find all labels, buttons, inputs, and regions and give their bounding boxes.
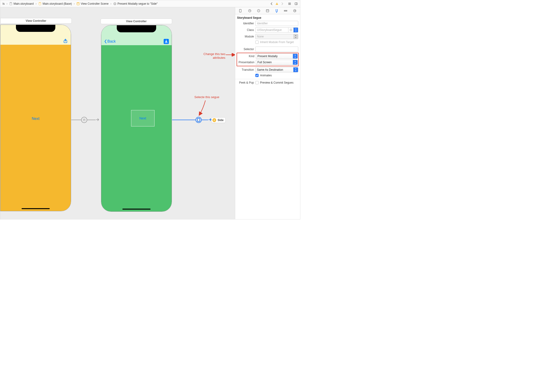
storyboard-file-icon (9, 2, 13, 5)
field-label: Identifier (237, 22, 254, 25)
segue-icon (113, 2, 116, 5)
popup-value: None (257, 35, 264, 38)
field-label: Presentation (238, 61, 254, 64)
tab-identity-inspector[interactable] (264, 8, 271, 13)
notch (117, 25, 156, 32)
breadcrumb-label: ls (3, 2, 5, 5)
scene-title-bar[interactable]: View Controller (100, 19, 172, 24)
animates-checkbox[interactable] (255, 74, 259, 77)
svg-point-27 (290, 29, 292, 31)
svg-point-23 (276, 9, 277, 10)
annotation-text: Selecte this segue (194, 95, 219, 99)
download-icon[interactable] (164, 39, 169, 44)
scene-title-bar[interactable]: View Controller (0, 18, 72, 24)
svg-rect-3 (39, 3, 40, 3)
segue-node-icon (81, 117, 87, 123)
peek-pop-checkbox[interactable] (255, 81, 259, 84)
svg-rect-14 (84, 119, 85, 120)
breadcrumb-label: Main.storyboard (14, 2, 34, 5)
class-dropdown-button[interactable] (294, 27, 298, 33)
svg-rect-4 (77, 2, 80, 5)
view-controller-preview-green[interactable]: Back Next (101, 25, 172, 212)
class-input[interactable] (255, 27, 288, 33)
popup-value: Same As Destination (257, 68, 283, 71)
breadcrumb-item[interactable]: Main.storyboard (Base) › (38, 0, 76, 7)
container-view[interactable]: Next (131, 110, 154, 126)
dropdown-caret-icon (293, 54, 297, 59)
view-controller-preview-orange[interactable]: Next (0, 25, 71, 211)
assistant-toggle-button[interactable] (294, 1, 299, 6)
breadcrumb-item[interactable]: Present Modally segue to "Side" (112, 0, 158, 7)
svg-text:?: ? (258, 10, 259, 12)
presentation-popup[interactable]: Full Screen (256, 60, 298, 65)
field-label: Kind (238, 55, 254, 58)
warning-icon[interactable] (274, 1, 279, 6)
tab-size-inspector[interactable] (282, 8, 289, 13)
storyboard-base-icon (38, 2, 42, 5)
segue-show[interactable] (71, 117, 99, 123)
transition-popup[interactable]: Same As Destination (255, 67, 298, 72)
kind-popup[interactable]: Present Modally (256, 54, 298, 59)
checkbox-label: Preview & Commit Segues (260, 81, 294, 84)
breadcrumb-item[interactable]: View Controller Scene › (76, 0, 112, 7)
scene-reference-side[interactable]: Side (211, 117, 225, 123)
chevron-right-icon: › (110, 2, 111, 5)
inherit-module-checkbox[interactable] (255, 41, 259, 44)
field-label: Class (237, 28, 254, 32)
container-button-label: Next (139, 116, 146, 120)
scene-title: View Controller (126, 20, 147, 23)
tab-connections-inspector[interactable] (292, 8, 298, 13)
annotation-arrow-icon (225, 53, 235, 56)
checkbox-label: Inherit Module From Target (260, 41, 294, 44)
breadcrumb-label: Main.storyboard (Base) (43, 2, 72, 5)
segue-present-modally[interactable] (172, 117, 212, 123)
nav-back-button[interactable] (269, 1, 274, 6)
next-button[interactable]: Next (32, 117, 40, 121)
arrow-right-icon (96, 118, 99, 122)
field-label: Selector (237, 47, 254, 51)
share-icon[interactable] (63, 38, 68, 44)
svg-rect-1 (10, 3, 11, 3)
dropdown-caret-icon (293, 34, 298, 39)
home-indicator (122, 209, 151, 210)
tab-history-inspector[interactable] (246, 8, 253, 13)
svg-point-6 (114, 2, 116, 5)
tab-attributes-inspector[interactable] (273, 8, 280, 13)
chevron-right-icon: › (74, 2, 75, 5)
button-label: Next (32, 117, 40, 121)
popup-value: Present Modally (258, 55, 278, 58)
view-controller-ref-icon (212, 118, 216, 122)
svg-point-16 (214, 120, 215, 121)
back-button[interactable]: Back (104, 39, 116, 44)
section-title: Storyboard Segue (237, 16, 298, 21)
chevron-right-icon: › (7, 2, 8, 5)
nav-forward-button[interactable] (279, 1, 285, 6)
svg-rect-7 (114, 3, 115, 4)
breadcrumb-item[interactable]: Main.storyboard › (9, 0, 38, 7)
annotation-text: Change this two attributes (200, 52, 225, 60)
module-popup[interactable]: None (255, 34, 298, 39)
outline-toggle-button[interactable] (287, 1, 292, 6)
notch (16, 25, 55, 32)
svg-rect-15 (197, 118, 200, 121)
identifier-input[interactable] (255, 21, 298, 26)
dropdown-caret-icon (293, 60, 297, 65)
tab-help-inspector[interactable]: ? (255, 8, 262, 13)
storyboard-canvas[interactable]: View Controller Next (0, 7, 235, 219)
breadcrumb-item[interactable]: ls › (2, 0, 9, 7)
svg-rect-17 (239, 9, 241, 12)
svg-rect-2 (39, 2, 41, 5)
scene-reference-label: Side (218, 118, 223, 122)
svg-point-24 (277, 9, 278, 10)
chevron-right-icon: › (36, 2, 37, 5)
class-jump-button[interactable] (288, 27, 294, 33)
svg-rect-21 (266, 9, 269, 12)
inspector-body: Storyboard Segue Identifier Class (235, 14, 300, 87)
tab-file-inspector[interactable] (237, 8, 244, 13)
inspector-panel: ? Storyboard Segue Identifier Class (235, 7, 300, 219)
selector-input[interactable] (255, 47, 298, 52)
svg-rect-13 (83, 119, 85, 121)
scene-icon (77, 2, 80, 5)
breadcrumb-label: Present Modally segue to "Side" (117, 2, 158, 5)
inspector-tab-bar: ? (235, 7, 300, 14)
